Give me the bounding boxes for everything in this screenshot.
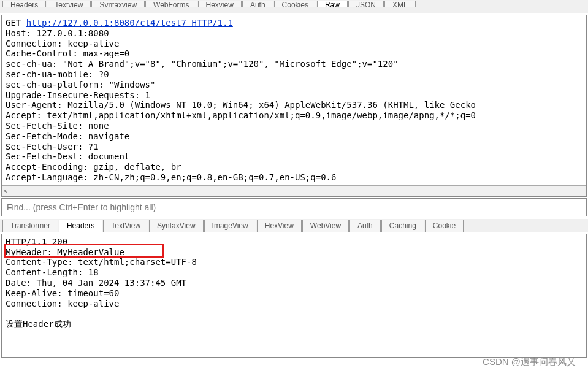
horizontal-scrollbar[interactable]: < (2, 185, 586, 196)
tab-resp-imageview[interactable]: ImageView (204, 220, 256, 232)
response-raw-text[interactable]: HTTP/1.1 200 MyHeader: MyHeaderValue Con… (2, 234, 586, 357)
request-tabs: Headers Textview Syntaxview WebForms Hex… (0, 0, 588, 13)
tab-resp-auth[interactable]: Auth (349, 220, 381, 232)
watermark: CSDN @遇事问春风乂 (483, 356, 576, 368)
tab-headers[interactable]: Headers (2, 1, 46, 7)
tab-hexview[interactable]: Hexview (198, 1, 242, 7)
tab-textview[interactable]: Textview (47, 1, 91, 7)
tab-resp-cookies[interactable]: Cookie (425, 220, 464, 232)
tab-resp-hexview[interactable]: HexView (257, 220, 302, 232)
tab-resp-textview[interactable]: TextView (103, 220, 148, 232)
tab-auth[interactable]: Auth (242, 1, 273, 7)
tab-xml[interactable]: XML (384, 1, 416, 7)
request-url-link[interactable]: http://127.0.0.1:8080/ct4/test7 HTTP/1.1 (26, 18, 233, 28)
tab-resp-caching[interactable]: Caching (381, 220, 424, 232)
tab-transformer[interactable]: Transformer (2, 220, 58, 232)
tab-resp-headers[interactable]: Headers (59, 220, 102, 232)
find-input[interactable] (7, 202, 581, 212)
tab-syntaxview[interactable]: Syntaxview (91, 1, 145, 7)
find-bar (1, 198, 587, 216)
request-headers-block: Host: 127.0.0.1:8080 Connection: keep-al… (6, 28, 476, 182)
tab-resp-syntaxview[interactable]: SyntaxView (149, 220, 203, 232)
tab-webforms[interactable]: WebForms (145, 1, 197, 7)
response-pane: HTTP/1.1 200 MyHeader: MyHeaderValue Con… (1, 234, 587, 358)
response-tabs: Transformer Headers TextView SyntaxView … (0, 219, 588, 232)
request-raw-text[interactable]: GET http://127.0.0.1:8080/ct4/test7 HTTP… (2, 15, 586, 185)
tab-cookies[interactable]: Cookies (274, 1, 316, 7)
chevron-left-icon: < (4, 187, 7, 194)
request-raw-pane: GET http://127.0.0.1:8080/ct4/test7 HTTP… (1, 15, 587, 197)
tab-json[interactable]: JSON (348, 1, 384, 7)
tab-resp-webview[interactable]: WebView (302, 220, 349, 232)
tab-raw[interactable]: Raw (317, 1, 348, 7)
request-method: GET (6, 18, 26, 28)
